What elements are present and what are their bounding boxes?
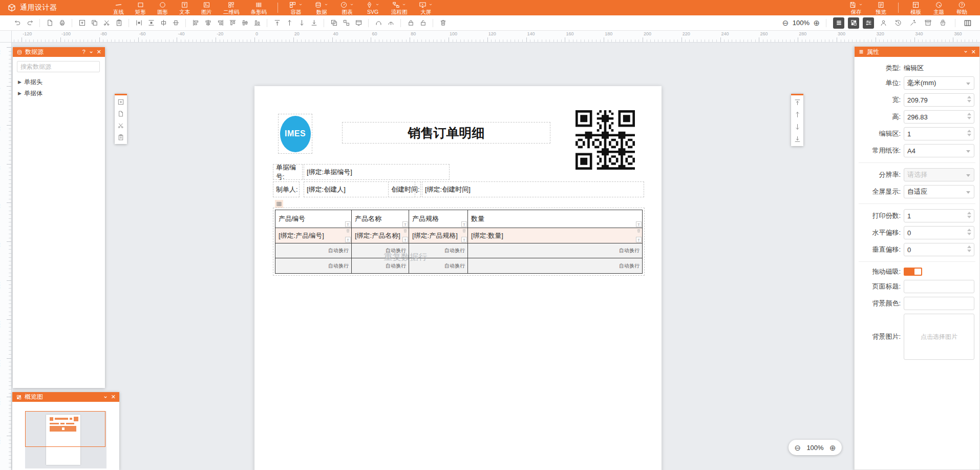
redo-button[interactable] [24, 17, 35, 29]
table-binding-cell[interactable]: [绑定:产品编号]T [275, 228, 352, 243]
datasource-item-2[interactable]: ▶单据体 [13, 88, 105, 99]
paste-button[interactable] [113, 17, 124, 29]
lock-button[interactable] [405, 17, 416, 29]
group-button[interactable] [328, 17, 339, 29]
text-format-badge[interactable]: T [461, 221, 467, 227]
sliders-toggle-button[interactable] [863, 17, 874, 29]
align-top-button[interactable] [227, 17, 238, 29]
tool-bigscreen[interactable]: 大屏 [414, 0, 438, 16]
logo-element[interactable]: IMES [278, 114, 312, 154]
move-up-button[interactable] [284, 17, 295, 29]
tool-chart[interactable]: 图表 [335, 0, 359, 16]
delete-binding-icon[interactable] [403, 229, 408, 233]
table-header-cell[interactable]: 产品名称T [352, 210, 409, 228]
spinner-arrows[interactable] [967, 113, 971, 119]
distribute-h-button[interactable] [133, 17, 144, 29]
datasource-help-button[interactable]: ? [82, 49, 86, 55]
prop-select-fullscreen[interactable]: 自适应 [904, 185, 974, 198]
properties-collapse-button[interactable] [963, 49, 969, 55]
spinner-up-icon[interactable] [967, 212, 971, 214]
design-page[interactable]: IMES 销售订单明细 单据编号: [绑定:单据编号] 制单人: [绑定:创建人… [254, 86, 662, 470]
delete-button[interactable] [437, 17, 449, 29]
text-format-badge[interactable]: T [636, 221, 642, 227]
prop-imagebox-bg-image[interactable]: 点击选择图片 [904, 314, 974, 360]
overview-viewport[interactable] [25, 411, 105, 447]
move-down-button[interactable] [296, 17, 307, 29]
properties-close-button[interactable]: ✕ [971, 49, 976, 55]
spinner-up-icon[interactable] [967, 229, 971, 231]
data-table-element[interactable]: 产品编号T产品名称T产品规格T数量T[绑定:产品编号]T[绑定:产品名称]T[绑… [275, 210, 643, 274]
add-box-button[interactable] [76, 17, 88, 29]
send-to-back-button[interactable] [794, 135, 801, 143]
panel-toggle-button[interactable] [962, 17, 973, 29]
prop-input-page-title[interactable] [904, 280, 974, 293]
print-button[interactable] [56, 17, 68, 29]
datasource-collapse-button[interactable] [88, 49, 94, 55]
user-toggle-button[interactable] [878, 17, 889, 29]
spinner-up-icon[interactable] [967, 130, 971, 132]
text-format-badge[interactable]: T [345, 221, 351, 227]
field-docno-binding[interactable]: [绑定:单据编号] [304, 164, 450, 180]
spinner-down-icon[interactable] [967, 134, 971, 136]
table-binding-cell[interactable]: [绑定:产品规格]T [409, 228, 468, 243]
prop-spinner-offset-x[interactable]: 0 [904, 226, 974, 239]
cut-button[interactable] [117, 122, 124, 129]
prop-spinner-height[interactable]: 296.83 [904, 110, 974, 124]
tool-save[interactable]: 保存 [844, 0, 868, 16]
delete-binding-icon[interactable] [346, 229, 350, 233]
delete-binding-icon[interactable] [462, 229, 466, 233]
tool-text[interactable]: 文本 [175, 0, 195, 16]
delete-binding-icon[interactable] [636, 229, 641, 233]
spinner-up-icon[interactable] [967, 113, 971, 115]
align-center-button[interactable] [202, 17, 214, 29]
zoom-out-button[interactable]: ⊖ [782, 19, 789, 27]
text-format-badge[interactable]: T [402, 237, 408, 242]
tool-help[interactable]: 帮助 [952, 0, 972, 16]
preview-screen-button[interactable] [353, 17, 364, 29]
tool-rect[interactable]: 矩形 [131, 0, 151, 16]
table-auto-cell[interactable]: 自动换行 [352, 258, 409, 273]
zoom-out-button[interactable]: ⊖ [794, 444, 801, 452]
overview-panel-header[interactable]: 概览图 ✕ [12, 392, 119, 402]
tree-expand-icon[interactable]: ▶ [18, 91, 22, 96]
tool-svg[interactable]: SVG [361, 0, 385, 16]
spinner-down-icon[interactable] [967, 216, 971, 218]
prop-input-bg-color[interactable] [904, 297, 974, 310]
align-bottom-button[interactable] [251, 17, 263, 29]
prop-spinner-offset-y[interactable]: 0 [904, 243, 974, 256]
field-createtime-label[interactable]: 创建时间: [388, 181, 421, 197]
datasource-panel-header[interactable]: 数据源 ? ✕ [13, 47, 105, 57]
table-auto-cell[interactable]: 自动换行 [275, 258, 352, 273]
tool-data[interactable]: 数据 [310, 0, 333, 16]
send-to-back-button[interactable] [308, 17, 319, 29]
table-binding-cell[interactable]: [绑定:产品名称]T [352, 228, 409, 243]
field-createtime-binding[interactable]: [绑定:创建时间] [422, 181, 644, 197]
tool-barcode[interactable]: 条形码 [246, 0, 272, 16]
overview-close-button[interactable]: ✕ [111, 394, 116, 400]
table-auto-cell[interactable]: 自动换行 [275, 243, 352, 258]
undo-button[interactable] [12, 17, 23, 29]
align-left-button[interactable] [190, 17, 201, 29]
prop-spinner-width[interactable]: 209.79 [904, 93, 974, 107]
field-docno-label[interactable]: 单据编号: [273, 164, 303, 180]
magic-toggle-button[interactable] [907, 17, 919, 29]
spinner-down-icon[interactable] [967, 100, 971, 103]
bring-to-front-button[interactable] [794, 98, 801, 106]
center-h-button[interactable] [158, 17, 169, 29]
clean-toggle-button[interactable] [937, 17, 948, 29]
tool-flowchart[interactable]: 流程图 [387, 0, 412, 16]
qrcode-element[interactable] [576, 110, 635, 170]
zoom-in-button[interactable]: ⊕ [813, 19, 820, 27]
align-right-button[interactable] [215, 17, 226, 29]
tool-preview[interactable]: 预览 [871, 0, 891, 16]
tool-circle[interactable]: 圆形 [153, 0, 173, 16]
table-auto-cell[interactable]: 自动换行 [352, 243, 409, 258]
spinner-up-icon[interactable] [967, 246, 971, 248]
new-page-button[interactable] [44, 17, 55, 29]
unlock-button[interactable] [417, 17, 429, 29]
properties-panel-header[interactable]: 属性 ✕ [855, 47, 979, 57]
table-header-cell[interactable]: 数量T [468, 210, 642, 228]
table-header-cell[interactable]: 产品编号T [275, 210, 352, 228]
new-page-button[interactable] [117, 110, 124, 117]
spinner-down-icon[interactable] [967, 117, 971, 119]
